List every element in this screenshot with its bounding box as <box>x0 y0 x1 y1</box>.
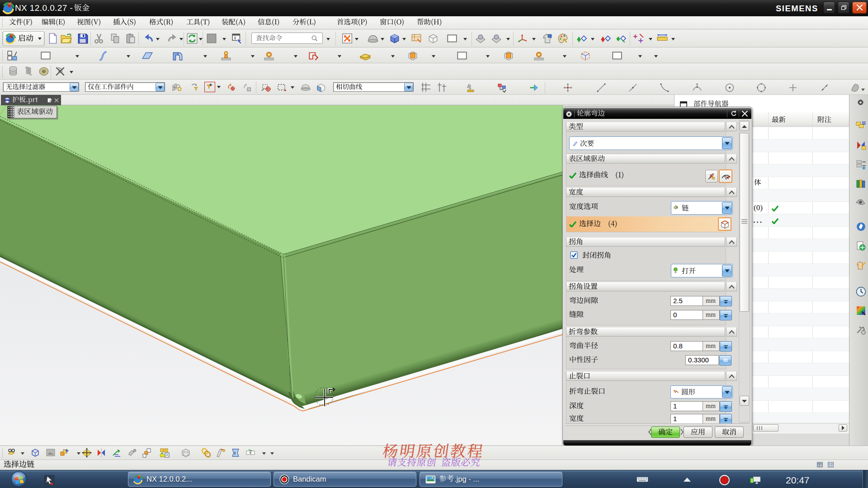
svg-text:i: i <box>234 450 236 455</box>
svg-text:i: i <box>235 35 236 40</box>
